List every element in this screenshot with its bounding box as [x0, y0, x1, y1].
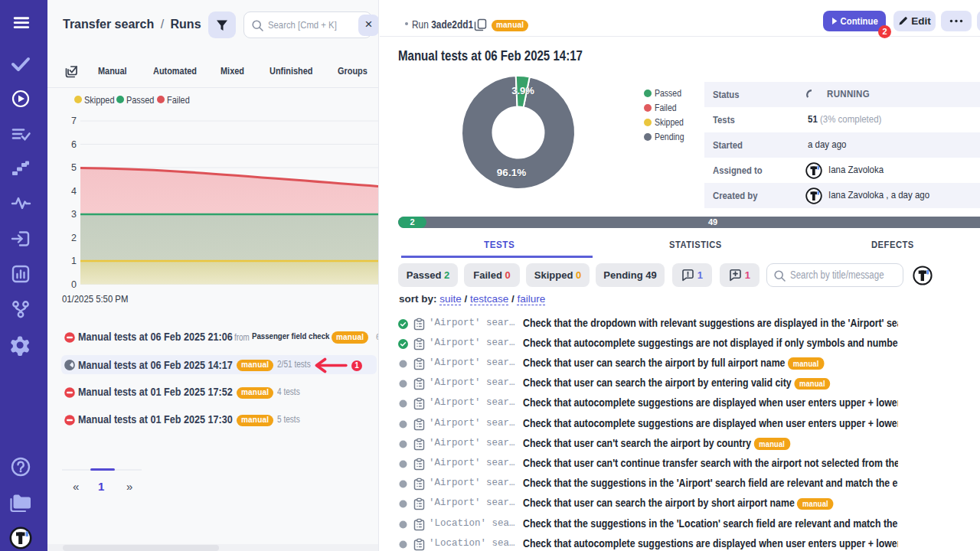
- svg-text:3.9%: 3.9%: [511, 85, 534, 96]
- svg-text:6: 6: [71, 139, 77, 150]
- svg-text:5: 5: [71, 162, 77, 173]
- svg-text:7: 7: [71, 116, 77, 126]
- svg-text:0: 0: [71, 279, 77, 290]
- svg-text:1: 1: [71, 256, 77, 266]
- svg-text:4: 4: [71, 186, 77, 197]
- svg-text:3: 3: [71, 209, 77, 220]
- svg-text:96.1%: 96.1%: [497, 167, 526, 178]
- svg-text:2: 2: [71, 233, 77, 243]
